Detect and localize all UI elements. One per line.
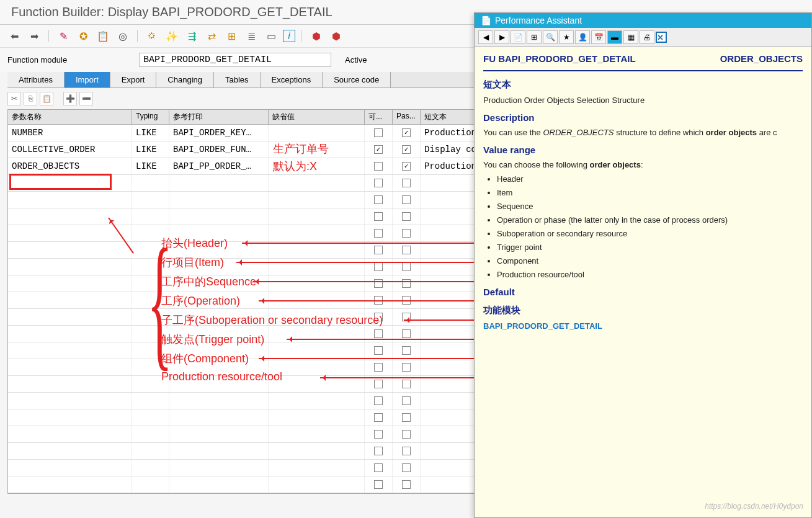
perf-print-icon[interactable]: 🖨 [640, 30, 654, 44]
perf-list-item: Suboperation or secondary resource [497, 229, 803, 238]
tab-tables[interactable]: Tables [214, 72, 261, 87]
col-header-name[interactable]: 参数名称 [8, 110, 132, 124]
col-header-def[interactable]: 缺省值 [269, 110, 365, 124]
tab-import[interactable]: Import [65, 72, 110, 87]
back-icon[interactable]: ⬅ [6, 29, 22, 43]
perf-title-icon: 📄 [481, 16, 491, 25]
tab-sourcecode[interactable]: Source code [323, 72, 391, 87]
perf-h-short: 短文本 [483, 79, 803, 91]
info-icon[interactable]: i [283, 30, 295, 42]
tab-exceptions[interactable]: Exceptions [261, 72, 323, 87]
perf-cal-icon[interactable]: 📅 [591, 30, 606, 44]
wand-icon[interactable]: ✨ [164, 29, 180, 43]
delete-row-icon[interactable]: ➖ [79, 92, 93, 105]
perf-h-range: Value range [483, 145, 803, 155]
check-icon[interactable]: 📋 [95, 29, 111, 43]
col-header-pass[interactable]: Pas... [393, 110, 421, 124]
perf-h-desc: Description [483, 112, 803, 123]
watermark: https://blog.csdn.net/H0ydpon [705, 502, 803, 511]
perf-value-list: HeaderItemSequenceOperation or phase (th… [497, 174, 803, 279]
tab-changing[interactable]: Changing [156, 72, 214, 87]
perf-fwd-icon[interactable]: ▶ [494, 30, 509, 44]
perf-list-item: Trigger point [497, 243, 803, 252]
perf-list-item: Header [497, 174, 803, 184]
perf-list-item: Sequence [497, 202, 803, 211]
perf-fav-icon[interactable]: ★ [559, 30, 574, 44]
perf-desc: You can use the ORDER_OBJECTS structure … [483, 128, 803, 137]
perf-close-icon[interactable]: ✕ [656, 32, 667, 43]
other-object-icon[interactable]: ✪ [75, 29, 91, 43]
display-icon[interactable]: ✎ [55, 29, 71, 43]
fm-status: Active [339, 55, 367, 65]
col-header-ref[interactable]: 参考打印 [169, 110, 269, 124]
tab-attributes[interactable]: Attributes [7, 72, 65, 87]
fm-input[interactable] [139, 53, 331, 67]
execute-icon[interactable]: ⛭ [144, 29, 160, 43]
perf-toolbar: ◀ ▶ 📄 ⊞ 🔍 ★ 👤 📅 ▬ ▦ 🖨 ✕ [475, 28, 811, 47]
perf-title-text: Performance Assistant [495, 16, 582, 25]
perf-short-text: Production Order Objects Selection Struc… [483, 96, 803, 105]
doc-icon[interactable]: ▭ [263, 29, 279, 43]
forward-icon[interactable]: ➡ [26, 29, 42, 43]
paste-icon[interactable]: 📋 [40, 92, 53, 105]
perf-doc-icon[interactable]: 📄 [511, 30, 525, 44]
col-header-optional[interactable]: 可... [365, 110, 393, 124]
activate-icon[interactable]: ◎ [115, 29, 131, 43]
where-used-icon[interactable]: ⇶ [184, 29, 200, 43]
perf-win-icon[interactable]: ▦ [623, 30, 638, 44]
tree-icon[interactable]: ≣ [243, 29, 259, 43]
test-icon[interactable]: ⇄ [203, 29, 220, 43]
perf-heading: FU BAPI_PRODORD_GET_DETAIL ORDER_OBJECTS [483, 53, 803, 71]
perf-fm-link[interactable]: BAPI_PRODORD_GET_DETAIL [483, 321, 602, 331]
perf-heading-right: ORDER_OBJECTS [720, 53, 803, 64]
copy-icon[interactable]: ⎘ [24, 92, 37, 105]
perf-user-icon[interactable]: 👤 [575, 30, 590, 44]
perf-content: FU BAPI_PRODORD_GET_DETAIL ORDER_OBJECTS… [475, 47, 811, 342]
perf-list-item: Item [497, 188, 803, 197]
col-header-type[interactable]: Typing [132, 110, 169, 124]
stop-icon[interactable]: ⬢ [308, 29, 324, 43]
tab-export[interactable]: Export [110, 72, 157, 87]
perf-range-intro: You can choose the following order objec… [483, 160, 803, 169]
perf-h-fm: 功能模块 [483, 305, 803, 316]
hierarchy-icon[interactable]: ⊞ [223, 29, 239, 43]
perf-list-item: Component [497, 256, 803, 266]
perf-list-item: Production resource/tool [497, 270, 803, 279]
insert-row-icon[interactable]: ➕ [63, 92, 77, 105]
perf-split-icon[interactable]: ▬ [607, 30, 622, 44]
perf-back-icon[interactable]: ◀ [478, 30, 493, 44]
perf-tree-icon[interactable]: ⊞ [527, 30, 542, 44]
perf-find-icon[interactable]: 🔍 [543, 30, 558, 44]
fm-label: Function module [7, 55, 132, 65]
perf-h-default: Default [483, 287, 803, 297]
performance-assistant-panel: 📄 Performance Assistant ◀ ▶ 📄 ⊞ 🔍 ★ 👤 📅 … [474, 12, 812, 518]
stop2-icon[interactable]: ⬢ [328, 29, 344, 43]
perf-title-bar: 📄 Performance Assistant [475, 13, 811, 28]
perf-heading-left: FU BAPI_PRODORD_GET_DETAIL [483, 53, 636, 64]
perf-list-item: Operation or phase (the latter only in t… [497, 215, 803, 225]
cut-icon[interactable]: ✂ [7, 92, 21, 105]
